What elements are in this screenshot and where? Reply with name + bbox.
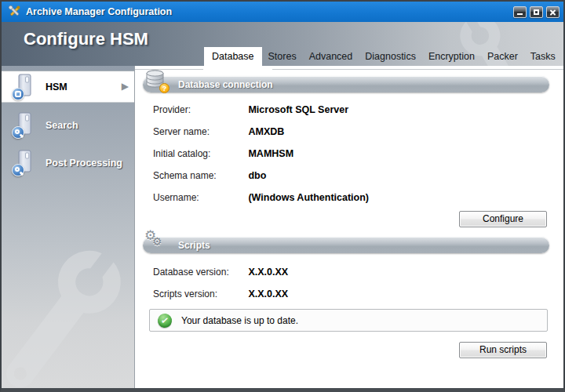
- archive-manager-window: Archive Manager Configuration Configure …: [0, 0, 565, 392]
- post-processing-server-icon: [13, 150, 40, 176]
- database-connection-header: Database connection: [143, 76, 549, 93]
- tab-database[interactable]: Database: [204, 47, 262, 66]
- close-button[interactable]: [546, 6, 560, 18]
- configure-button[interactable]: Configure: [459, 211, 547, 227]
- database-icon: ?: [144, 68, 168, 93]
- hsm-badge-icon: [12, 88, 24, 100]
- gears-icon: ⚙ ⚙: [144, 229, 168, 254]
- section-title: Scripts: [178, 240, 210, 251]
- wrench-watermark-icon: [2, 223, 135, 388]
- hsm-server-icon: [13, 74, 40, 100]
- status-message-box: ✓ Your database is up to date.: [149, 309, 548, 332]
- selected-arrow-icon: ▶: [122, 81, 129, 92]
- search-server-icon: [13, 112, 40, 138]
- page-header: Configure HSM Database Stores Advanced D…: [2, 22, 563, 66]
- sidebar-item-label: Post Processing: [46, 158, 122, 169]
- field-username: Username: (Windows Authentication): [153, 190, 369, 204]
- tab-encryption[interactable]: Encryption: [422, 47, 481, 66]
- field-provider: Provider: Microsoft SQL Server: [153, 102, 348, 116]
- tab-tasks[interactable]: Tasks: [524, 47, 562, 66]
- tab-diagnostics[interactable]: Diagnostics: [359, 47, 422, 66]
- field-server-name: Server name: AMXDB: [153, 124, 284, 138]
- search-icon: [12, 126, 24, 139]
- sidebar: HSM ▶ Search Post Processing: [2, 66, 135, 388]
- tab-underline: [135, 69, 563, 70]
- tab-packer[interactable]: Packer: [481, 47, 524, 66]
- tab-advanced[interactable]: Advanced: [303, 47, 359, 66]
- scripts-header: Scripts: [143, 237, 549, 253]
- status-message: Your database is up to date.: [181, 315, 298, 326]
- window-controls: [513, 6, 560, 18]
- page-title: Configure HSM: [24, 29, 148, 49]
- main-panel: Database connection ? Provider: Microsof…: [135, 66, 563, 388]
- tab-bar: Database Stores Advanced Diagnostics Enc…: [204, 47, 562, 66]
- sidebar-item-label: Search: [46, 120, 78, 131]
- window-title: Archive Manager Configuration: [26, 6, 172, 17]
- maximize-button[interactable]: [530, 6, 543, 18]
- field-database-version: Database version: X.X.0.XX: [153, 264, 288, 278]
- minimize-button[interactable]: [513, 6, 527, 18]
- field-initial-catalog: Initial catalog: MAMHSM: [153, 146, 293, 160]
- sidebar-item-hsm[interactable]: HSM ▶: [2, 71, 135, 103]
- minimize-icon: [517, 13, 523, 15]
- question-badge-icon: ?: [159, 83, 170, 93]
- section-title: Database connection: [178, 79, 273, 90]
- maximize-icon: [534, 9, 539, 15]
- sidebar-item-label: HSM: [46, 82, 67, 93]
- field-scripts-version: Scripts version: X.X.0.XX: [153, 286, 288, 300]
- tools-icon: [8, 5, 21, 18]
- success-check-icon: ✓: [157, 312, 173, 328]
- field-schema-name: Schema name: dbo: [153, 168, 266, 182]
- title-bar[interactable]: Archive Manager Configuration: [2, 2, 563, 22]
- sidebar-item-post-processing[interactable]: Post Processing: [2, 148, 135, 177]
- search-icon: [12, 164, 24, 176]
- tab-stores[interactable]: Stores: [262, 47, 303, 66]
- sidebar-item-search[interactable]: Search: [2, 111, 135, 140]
- run-scripts-button[interactable]: Run scripts: [459, 342, 547, 358]
